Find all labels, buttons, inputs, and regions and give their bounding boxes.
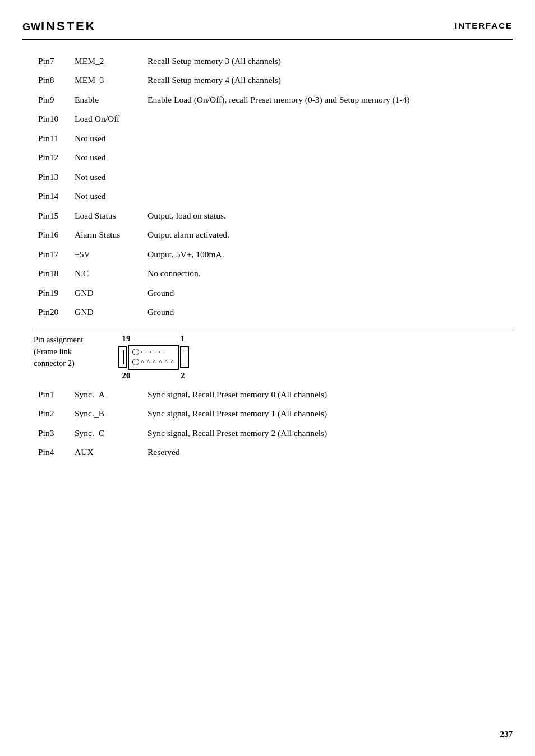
- pin-description: Sync signal, Recall Preset memory 0 (All…: [143, 385, 513, 404]
- connector-diagram: 19 1 · · · · · ·: [118, 334, 189, 381]
- pin-description: Recall Setup memory 4 (All channels): [143, 71, 513, 90]
- pin-name: Enable: [70, 90, 143, 109]
- pin-name: AUX: [70, 443, 143, 462]
- connector-label: Pin assignment(Frame linkconnector 2): [34, 334, 107, 369]
- pin-number: Pin2: [34, 404, 70, 423]
- pin-number: Pin11: [34, 129, 70, 148]
- pin-number: Pin4: [34, 443, 70, 462]
- table-row: Pin3Sync._CSync signal, Recall Preset me…: [34, 424, 513, 443]
- table-row: Pin18N.CNo connection.: [34, 264, 513, 283]
- pin-description: Output, load on status.: [143, 206, 513, 225]
- pin-number: Pin1: [34, 385, 70, 404]
- section-divider: [34, 328, 513, 328]
- table-row: Pin8MEM_3Recall Setup memory 4 (All chan…: [34, 71, 513, 90]
- pin-name: MEM_2: [70, 52, 143, 71]
- table-row: Pin19GNDGround: [34, 284, 513, 303]
- pin-description: [143, 148, 513, 167]
- pin-number: Pin14: [34, 187, 70, 206]
- pin-description: [143, 109, 513, 128]
- main-content: Pin7MEM_2Recall Setup memory 3 (All chan…: [22, 52, 513, 462]
- connector-bottom-nums: 20 2: [119, 371, 187, 381]
- pin-number: Pin10: [34, 109, 70, 128]
- frame-link-pin-table: Pin1Sync._ASync signal, Recall Preset me…: [34, 385, 513, 462]
- pin-description: Sync signal, Recall Preset memory 1 (All…: [143, 404, 513, 423]
- bottom-left-num: 20: [122, 371, 130, 381]
- table-row: Pin10Load On/Off: [34, 109, 513, 128]
- table-row: Pin15Load StatusOutput, load on status.: [34, 206, 513, 225]
- pin-name: Alarm Status: [70, 225, 143, 244]
- pin-number: Pin18: [34, 264, 70, 283]
- pin-number: Pin8: [34, 71, 70, 90]
- pin-description: No connection.: [143, 264, 513, 283]
- table-row: Pin16Alarm StatusOutput alarm activated.: [34, 225, 513, 244]
- pin-description: Enable Load (On/Off), recall Preset memo…: [143, 90, 513, 109]
- table-row: Pin13Not used: [34, 168, 513, 187]
- company-logo: GWINSTEK: [22, 17, 96, 34]
- pin-description: Output, 5V+, 100mA.: [143, 245, 513, 264]
- pin-description: Sync signal, Recall Preset memory 2 (All…: [143, 424, 513, 443]
- table-row: Pin2Sync._BSync signal, Recall Preset me…: [34, 404, 513, 423]
- pin-number: Pin3: [34, 424, 70, 443]
- connector-right-tab: [180, 346, 189, 368]
- pin-name: Sync._A: [70, 385, 143, 404]
- pin-number: Pin15: [34, 206, 70, 225]
- table-row: Pin4AUXReserved: [34, 443, 513, 462]
- page-number: 237: [500, 730, 513, 739]
- connector-top-row: · · · · · ·: [132, 348, 174, 356]
- pin-name: Not used: [70, 148, 143, 167]
- pin-number: Pin7: [34, 52, 70, 71]
- top-left-num: 19: [122, 334, 130, 344]
- pin-name: Load Status: [70, 206, 143, 225]
- pin-name: Sync._C: [70, 424, 143, 443]
- table-row: Pin17+5VOutput, 5V+, 100mA.: [34, 245, 513, 264]
- top-dots: · · · · · ·: [141, 348, 165, 356]
- connector-bottom-row: ^ ^ ^ ^ ^ ^: [132, 358, 174, 367]
- pin-table: Pin7MEM_2Recall Setup memory 3 (All chan…: [34, 52, 513, 322]
- connector-body: · · · · · · ^ ^ ^ ^ ^ ^: [128, 345, 179, 370]
- pin-name: Not used: [70, 168, 143, 187]
- left-circle-top: [132, 349, 139, 355]
- pin-number: Pin20: [34, 303, 70, 322]
- pin-number: Pin13: [34, 168, 70, 187]
- pin-description: Ground: [143, 284, 513, 303]
- pin-description: [143, 187, 513, 206]
- pin-description: Recall Setup memory 3 (All channels): [143, 52, 513, 71]
- table-row: Pin11Not used: [34, 129, 513, 148]
- pin-name: +5V: [70, 245, 143, 264]
- pin-number: Pin17: [34, 245, 70, 264]
- pin-description: Ground: [143, 303, 513, 322]
- table-row: Pin12Not used: [34, 148, 513, 167]
- pin-name: N.C: [70, 264, 143, 283]
- connector-top-nums: 19 1: [119, 334, 187, 344]
- pin-description: Output alarm activated.: [143, 225, 513, 244]
- left-circle-bottom: [132, 359, 139, 365]
- pin-number: Pin19: [34, 284, 70, 303]
- pin-name: Load On/Off: [70, 109, 143, 128]
- table-row: Pin20GNDGround: [34, 303, 513, 322]
- connector-section: Pin assignment(Frame linkconnector 2) 19…: [34, 334, 513, 381]
- table-row: Pin1Sync._ASync signal, Recall Preset me…: [34, 385, 513, 404]
- pin-number: Pin16: [34, 225, 70, 244]
- pin-number: Pin12: [34, 148, 70, 167]
- section-title: INTERFACE: [455, 21, 513, 30]
- bottom-right-num: 2: [181, 371, 185, 381]
- connector-left-tab: [118, 346, 127, 368]
- pin-name: Not used: [70, 187, 143, 206]
- pin-name: Sync._B: [70, 404, 143, 423]
- bottom-dots: ^ ^ ^ ^ ^ ^: [141, 358, 174, 367]
- pin-description: [143, 168, 513, 187]
- pin-number: Pin9: [34, 90, 70, 109]
- pin-name: MEM_3: [70, 71, 143, 90]
- pin-name: GND: [70, 284, 143, 303]
- table-row: Pin9EnableEnable Load (On/Off), recall P…: [34, 90, 513, 109]
- pin-name: GND: [70, 303, 143, 322]
- pin-description: [143, 129, 513, 148]
- page-header: GWINSTEK INTERFACE: [22, 17, 513, 40]
- table-row: Pin7MEM_2Recall Setup memory 3 (All chan…: [34, 52, 513, 71]
- pin-name: Not used: [70, 129, 143, 148]
- pin-description: Reserved: [143, 443, 513, 462]
- top-right-num: 1: [181, 334, 185, 344]
- table-row: Pin14Not used: [34, 187, 513, 206]
